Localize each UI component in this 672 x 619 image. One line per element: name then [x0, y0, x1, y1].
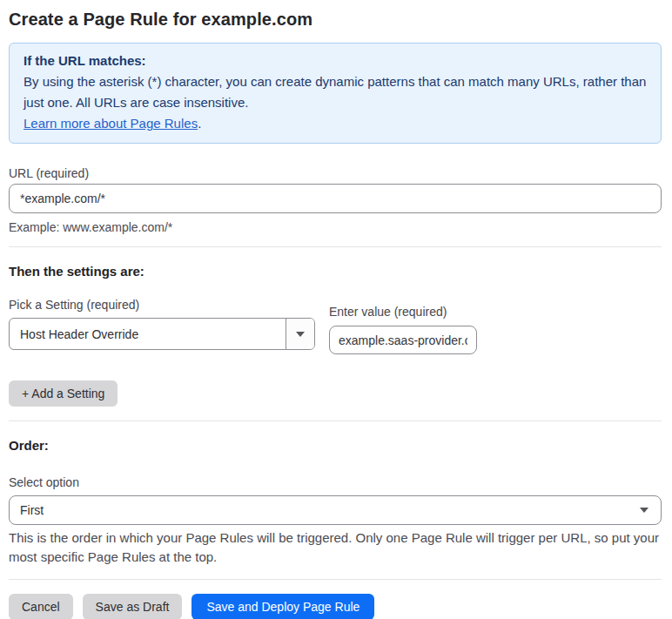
order-select[interactable]: First	[9, 495, 662, 525]
divider	[9, 246, 662, 247]
create-page-rule-form: Create a Page Rule for example.com If th…	[0, 0, 672, 619]
add-setting-button[interactable]: + Add a Setting	[9, 380, 118, 407]
pick-setting-column: Pick a Setting (required) Host Header Ov…	[9, 296, 315, 350]
url-input[interactable]	[9, 184, 662, 213]
save-draft-button[interactable]: Save as Draft	[83, 594, 183, 619]
save-deploy-button[interactable]: Save and Deploy Page Rule	[192, 594, 374, 619]
link-suffix: .	[198, 116, 201, 131]
order-heading: Order:	[9, 437, 662, 454]
caret-down-icon	[640, 508, 648, 513]
enter-value-column: Enter value (required)	[329, 303, 477, 354]
setting-select-caret-cell[interactable]	[286, 319, 314, 349]
info-box-link-line: Learn more about Page Rules.	[24, 113, 647, 134]
setting-select[interactable]: Host Header Override	[9, 318, 315, 350]
page-title: Create a Page Rule for example.com	[9, 7, 662, 31]
setting-select-value: Host Header Override	[10, 319, 286, 349]
settings-heading: Then the settings are:	[9, 263, 662, 280]
url-match-info-box: If the URL matches: By using the asteris…	[9, 43, 662, 144]
setting-value-input[interactable]	[329, 326, 477, 354]
order-select-label: Select option	[9, 474, 662, 491]
url-label: URL (required)	[9, 165, 662, 182]
order-helper-text: This is the order in which your Page Rul…	[9, 528, 662, 567]
footer-actions: Cancel Save as Draft Save and Deploy Pag…	[9, 594, 662, 619]
caret-down-icon	[296, 332, 305, 337]
pick-setting-label: Pick a Setting (required)	[9, 296, 315, 313]
enter-value-label: Enter value (required)	[329, 303, 477, 320]
cancel-button[interactable]: Cancel	[9, 594, 73, 619]
settings-row: Pick a Setting (required) Host Header Ov…	[9, 296, 662, 354]
divider	[9, 421, 662, 421]
info-box-body: By using the asterisk (*) character, you…	[24, 71, 647, 113]
divider	[9, 579, 662, 580]
order-select-value: First	[20, 503, 640, 517]
url-example-text: Example: www.example.com/*	[9, 219, 662, 236]
info-box-heading: If the URL matches:	[24, 50, 647, 71]
learn-more-link[interactable]: Learn more about Page Rules	[24, 116, 198, 131]
